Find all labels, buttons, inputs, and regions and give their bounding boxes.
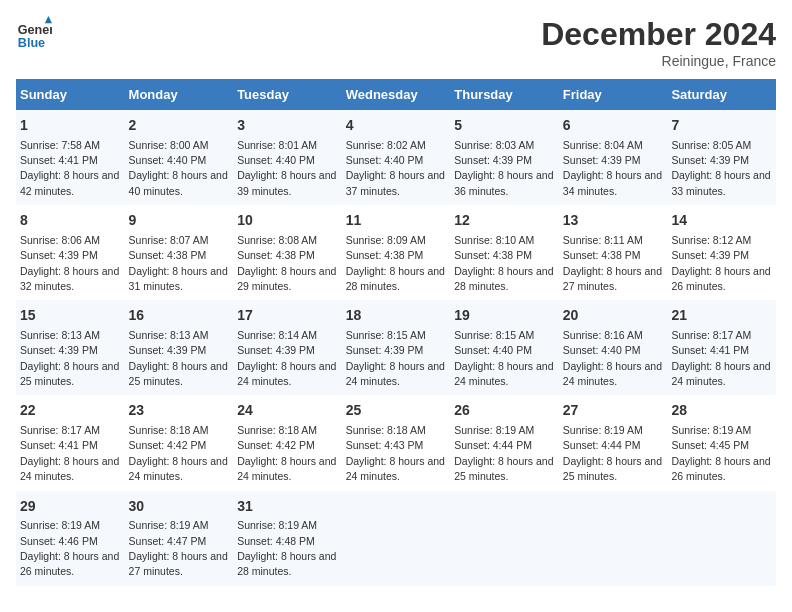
day-number: 11 xyxy=(346,211,447,231)
daylight-text: Daylight: 8 hours and 36 minutes. xyxy=(454,169,553,196)
calendar-week-3: 15Sunrise: 8:13 AMSunset: 4:39 PMDayligh… xyxy=(16,300,776,395)
logo: General Blue xyxy=(16,16,52,52)
calendar-cell: 20Sunrise: 8:16 AMSunset: 4:40 PMDayligh… xyxy=(559,300,668,395)
header-monday: Monday xyxy=(125,79,234,110)
sunrise-text: Sunrise: 8:19 AM xyxy=(20,519,100,531)
sunrise-text: Sunrise: 8:15 AM xyxy=(346,329,426,341)
sunrise-text: Sunrise: 8:12 AM xyxy=(671,234,751,246)
header-tuesday: Tuesday xyxy=(233,79,342,110)
title-section: December 2024 Reiningue, France xyxy=(541,16,776,69)
sunset-text: Sunset: 4:39 PM xyxy=(129,344,207,356)
daylight-text: Daylight: 8 hours and 27 minutes. xyxy=(563,265,662,292)
calendar-cell: 11Sunrise: 8:09 AMSunset: 4:38 PMDayligh… xyxy=(342,205,451,300)
svg-text:Blue: Blue xyxy=(18,36,45,50)
daylight-text: Daylight: 8 hours and 24 minutes. xyxy=(237,360,336,387)
sunset-text: Sunset: 4:39 PM xyxy=(563,154,641,166)
header-saturday: Saturday xyxy=(667,79,776,110)
daylight-text: Daylight: 8 hours and 24 minutes. xyxy=(671,360,770,387)
sunrise-text: Sunrise: 8:01 AM xyxy=(237,139,317,151)
calendar-cell: 21Sunrise: 8:17 AMSunset: 4:41 PMDayligh… xyxy=(667,300,776,395)
daylight-text: Daylight: 8 hours and 37 minutes. xyxy=(346,169,445,196)
sunset-text: Sunset: 4:40 PM xyxy=(563,344,641,356)
sunset-text: Sunset: 4:48 PM xyxy=(237,535,315,547)
sunrise-text: Sunrise: 8:15 AM xyxy=(454,329,534,341)
page-header: General Blue December 2024 Reiningue, Fr… xyxy=(16,16,776,69)
calendar-cell: 26Sunrise: 8:19 AMSunset: 4:44 PMDayligh… xyxy=(450,395,559,490)
sunrise-text: Sunrise: 8:16 AM xyxy=(563,329,643,341)
day-number: 13 xyxy=(563,211,664,231)
header-sunday: Sunday xyxy=(16,79,125,110)
day-number: 2 xyxy=(129,116,230,136)
daylight-text: Daylight: 8 hours and 26 minutes. xyxy=(20,550,119,577)
daylight-text: Daylight: 8 hours and 24 minutes. xyxy=(346,455,445,482)
calendar-cell: 3Sunrise: 8:01 AMSunset: 4:40 PMDaylight… xyxy=(233,110,342,205)
day-number: 8 xyxy=(20,211,121,231)
sunrise-text: Sunrise: 8:14 AM xyxy=(237,329,317,341)
sunrise-text: Sunrise: 8:05 AM xyxy=(671,139,751,151)
daylight-text: Daylight: 8 hours and 25 minutes. xyxy=(129,360,228,387)
sunrise-text: Sunrise: 8:18 AM xyxy=(346,424,426,436)
daylight-text: Daylight: 8 hours and 28 minutes. xyxy=(237,550,336,577)
calendar-cell: 25Sunrise: 8:18 AMSunset: 4:43 PMDayligh… xyxy=(342,395,451,490)
sunrise-text: Sunrise: 8:02 AM xyxy=(346,139,426,151)
sunrise-text: Sunrise: 8:03 AM xyxy=(454,139,534,151)
sunset-text: Sunset: 4:38 PM xyxy=(563,249,641,261)
calendar-cell: 17Sunrise: 8:14 AMSunset: 4:39 PMDayligh… xyxy=(233,300,342,395)
day-number: 30 xyxy=(129,497,230,517)
calendar-cell: 1Sunrise: 7:58 AMSunset: 4:41 PMDaylight… xyxy=(16,110,125,205)
sunset-text: Sunset: 4:44 PM xyxy=(454,439,532,451)
sunset-text: Sunset: 4:42 PM xyxy=(129,439,207,451)
daylight-text: Daylight: 8 hours and 29 minutes. xyxy=(237,265,336,292)
calendar-cell: 9Sunrise: 8:07 AMSunset: 4:38 PMDaylight… xyxy=(125,205,234,300)
daylight-text: Daylight: 8 hours and 24 minutes. xyxy=(346,360,445,387)
sunrise-text: Sunrise: 8:19 AM xyxy=(237,519,317,531)
sunrise-text: Sunrise: 8:11 AM xyxy=(563,234,643,246)
calendar-week-4: 22Sunrise: 8:17 AMSunset: 4:41 PMDayligh… xyxy=(16,395,776,490)
calendar-cell: 31Sunrise: 8:19 AMSunset: 4:48 PMDayligh… xyxy=(233,491,342,586)
sunset-text: Sunset: 4:39 PM xyxy=(671,249,749,261)
header-thursday: Thursday xyxy=(450,79,559,110)
sunset-text: Sunset: 4:39 PM xyxy=(20,249,98,261)
sunrise-text: Sunrise: 8:18 AM xyxy=(237,424,317,436)
sunset-text: Sunset: 4:46 PM xyxy=(20,535,98,547)
day-number: 7 xyxy=(671,116,772,136)
sunrise-text: Sunrise: 8:19 AM xyxy=(454,424,534,436)
calendar-cell: 29Sunrise: 8:19 AMSunset: 4:46 PMDayligh… xyxy=(16,491,125,586)
calendar-cell: 27Sunrise: 8:19 AMSunset: 4:44 PMDayligh… xyxy=(559,395,668,490)
sunrise-text: Sunrise: 8:08 AM xyxy=(237,234,317,246)
svg-marker-2 xyxy=(45,16,52,23)
location-subtitle: Reiningue, France xyxy=(541,53,776,69)
calendar-table: SundayMondayTuesdayWednesdayThursdayFrid… xyxy=(16,79,776,586)
day-number: 19 xyxy=(454,306,555,326)
calendar-cell xyxy=(667,491,776,586)
daylight-text: Daylight: 8 hours and 26 minutes. xyxy=(671,455,770,482)
day-number: 29 xyxy=(20,497,121,517)
daylight-text: Daylight: 8 hours and 24 minutes. xyxy=(129,455,228,482)
day-number: 26 xyxy=(454,401,555,421)
sunrise-text: Sunrise: 7:58 AM xyxy=(20,139,100,151)
calendar-cell xyxy=(559,491,668,586)
header-wednesday: Wednesday xyxy=(342,79,451,110)
day-number: 28 xyxy=(671,401,772,421)
sunrise-text: Sunrise: 8:00 AM xyxy=(129,139,209,151)
calendar-week-1: 1Sunrise: 7:58 AMSunset: 4:41 PMDaylight… xyxy=(16,110,776,205)
sunset-text: Sunset: 4:40 PM xyxy=(237,154,315,166)
sunset-text: Sunset: 4:38 PM xyxy=(346,249,424,261)
sunset-text: Sunset: 4:47 PM xyxy=(129,535,207,547)
sunset-text: Sunset: 4:39 PM xyxy=(671,154,749,166)
calendar-cell: 23Sunrise: 8:18 AMSunset: 4:42 PMDayligh… xyxy=(125,395,234,490)
calendar-cell: 30Sunrise: 8:19 AMSunset: 4:47 PMDayligh… xyxy=(125,491,234,586)
day-number: 27 xyxy=(563,401,664,421)
calendar-cell: 22Sunrise: 8:17 AMSunset: 4:41 PMDayligh… xyxy=(16,395,125,490)
sunset-text: Sunset: 4:40 PM xyxy=(454,344,532,356)
logo-icon: General Blue xyxy=(16,16,52,52)
day-number: 17 xyxy=(237,306,338,326)
month-year-title: December 2024 xyxy=(541,16,776,53)
calendar-cell: 28Sunrise: 8:19 AMSunset: 4:45 PMDayligh… xyxy=(667,395,776,490)
day-number: 21 xyxy=(671,306,772,326)
calendar-cell: 16Sunrise: 8:13 AMSunset: 4:39 PMDayligh… xyxy=(125,300,234,395)
daylight-text: Daylight: 8 hours and 25 minutes. xyxy=(454,455,553,482)
sunset-text: Sunset: 4:43 PM xyxy=(346,439,424,451)
daylight-text: Daylight: 8 hours and 27 minutes. xyxy=(129,550,228,577)
daylight-text: Daylight: 8 hours and 26 minutes. xyxy=(671,265,770,292)
